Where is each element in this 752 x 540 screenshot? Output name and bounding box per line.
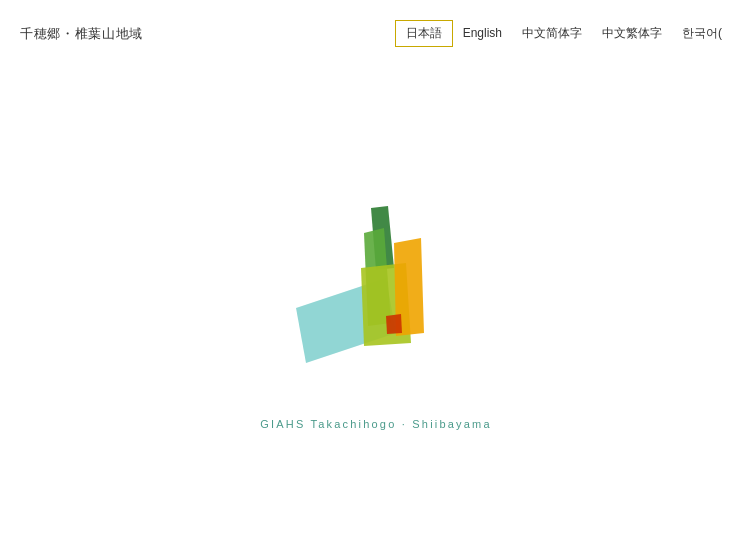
lang-item-chinese-traditional[interactable]: 中文繁体字 <box>592 21 672 46</box>
site-header: 千穂郷・椎葉山地域 日本語 English 中文简体字 中文繁体字 한국어( <box>0 0 752 67</box>
main-content: GIAHS Takachihogo · Shiibayama <box>0 67 752 540</box>
lang-item-chinese-simplified[interactable]: 中文简体字 <box>512 21 592 46</box>
lang-item-korean[interactable]: 한국어( <box>672 21 732 46</box>
lang-item-japanese[interactable]: 日本語 <box>395 20 453 47</box>
logo-graphic <box>276 178 476 378</box>
site-title: 千穂郷・椎葉山地域 <box>20 25 143 43</box>
lang-item-english[interactable]: English <box>453 21 512 46</box>
giahs-subtitle: GIAHS Takachihogo · Shiibayama <box>260 418 492 430</box>
svg-marker-5 <box>386 314 402 334</box>
language-nav: 日本語 English 中文简体字 中文繁体字 한국어( <box>395 20 732 47</box>
